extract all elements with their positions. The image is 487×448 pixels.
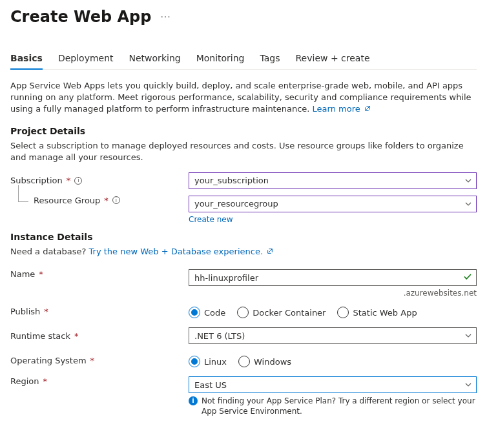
instance-details-heading: Instance Details <box>10 232 477 242</box>
more-actions-icon[interactable]: ··· <box>160 12 171 22</box>
chevron-down-icon <box>464 381 472 389</box>
runtime-stack-label: Runtime stack * <box>10 331 189 341</box>
radio-icon <box>238 356 250 367</box>
os-option-linux[interactable]: Linux <box>189 356 227 367</box>
os-radio-group: Linux Windows <box>189 353 477 367</box>
tab-basics[interactable]: Basics <box>10 49 43 70</box>
region-dropdown[interactable]: East US <box>189 376 477 393</box>
chevron-down-icon <box>464 332 472 340</box>
intro-text: App Service Web Apps lets you quickly bu… <box>10 80 477 116</box>
info-icon[interactable]: i <box>74 177 82 185</box>
external-link-icon <box>267 246 273 252</box>
region-label: Region * <box>10 376 189 386</box>
tab-monitoring[interactable]: Monitoring <box>196 49 245 70</box>
chevron-down-icon <box>464 177 472 185</box>
project-details-heading: Project Details <box>10 126 477 136</box>
subscription-dropdown[interactable]: your_subscription <box>189 172 477 189</box>
create-new-resource-group-link[interactable]: Create new <box>189 215 233 224</box>
checkmark-icon <box>463 272 472 283</box>
required-indicator: * <box>39 269 43 279</box>
name-label: Name * <box>10 269 189 279</box>
publish-option-code[interactable]: Code <box>189 307 225 318</box>
runtime-stack-value: .NET 6 (LTS) <box>194 331 245 341</box>
learn-more-link[interactable]: Learn more <box>313 104 371 114</box>
region-value: East US <box>194 380 227 390</box>
tab-tags[interactable]: Tags <box>260 49 280 70</box>
required-indicator: * <box>104 196 109 205</box>
region-hint: i Not finding your App Service Plan? Try… <box>189 396 477 416</box>
web-database-experience-link[interactable]: Try the new Web + Database experience. <box>89 247 274 256</box>
publish-radio-group: Code Docker Container Static Web App <box>189 304 477 318</box>
os-option-windows[interactable]: Windows <box>238 356 291 367</box>
database-prompt: Need a database? Try the new Web + Datab… <box>10 246 477 258</box>
publish-label: Publish * <box>10 307 189 316</box>
tree-elbow-icon <box>18 185 28 202</box>
radio-icon <box>237 307 249 318</box>
intro-body: App Service Web Apps lets you quickly bu… <box>10 81 471 114</box>
required-indicator: * <box>74 331 79 341</box>
radio-icon <box>189 356 200 367</box>
publish-option-docker[interactable]: Docker Container <box>237 307 326 318</box>
required-indicator: * <box>43 376 48 386</box>
operating-system-label: Operating System * <box>10 356 189 365</box>
runtime-stack-dropdown[interactable]: .NET 6 (LTS) <box>189 327 477 344</box>
name-input[interactable]: hh-linuxprofiler <box>189 269 477 286</box>
domain-suffix: .azurewebsites.net <box>189 289 477 298</box>
resource-group-dropdown[interactable]: your_resourcegroup <box>189 196 477 212</box>
required-indicator: * <box>44 307 48 316</box>
name-value: hh-linuxprofiler <box>194 273 258 283</box>
wizard-tabs: Basics Deployment Networking Monitoring … <box>10 49 477 70</box>
radio-icon <box>189 307 200 318</box>
resource-group-value: your_resourcegroup <box>194 199 278 209</box>
resource-group-label: Resource Group * i <box>10 196 189 205</box>
radio-icon <box>337 307 349 318</box>
tab-networking[interactable]: Networking <box>129 49 181 70</box>
info-icon[interactable]: i <box>112 196 120 204</box>
info-filled-icon: i <box>189 396 198 405</box>
project-details-desc: Select a subscription to manage deployed… <box>10 140 477 163</box>
required-indicator: * <box>90 356 95 365</box>
external-link-icon <box>364 103 371 110</box>
publish-option-static[interactable]: Static Web App <box>337 307 417 318</box>
required-indicator: * <box>67 176 71 185</box>
subscription-label: Subscription * i <box>10 176 189 185</box>
tab-deployment[interactable]: Deployment <box>58 49 114 70</box>
tab-review-create[interactable]: Review + create <box>296 49 370 70</box>
subscription-value: your_subscription <box>194 176 269 185</box>
chevron-down-icon <box>464 200 472 208</box>
page-title: Create Web App <box>10 8 151 26</box>
